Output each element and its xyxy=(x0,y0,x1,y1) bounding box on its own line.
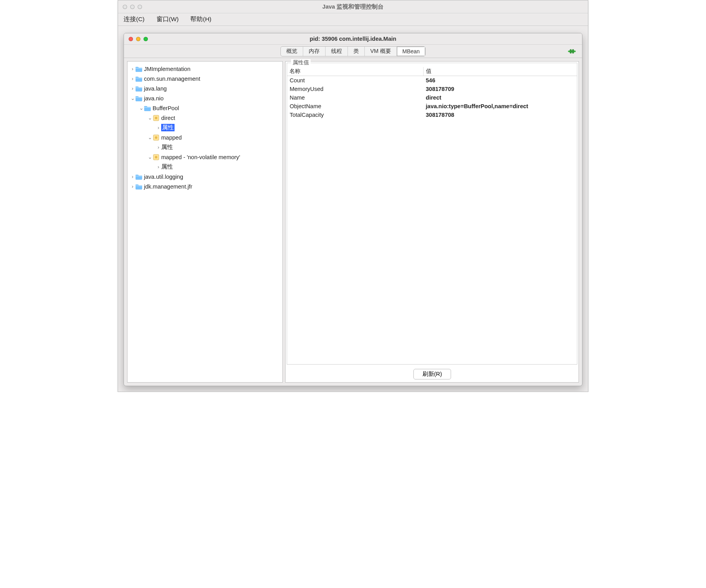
refresh-button[interactable]: 刷新(R) xyxy=(413,369,451,379)
chevron-right-icon[interactable]: › xyxy=(156,144,161,150)
tree-node-mapped-attr[interactable]: › 属性 xyxy=(129,142,281,152)
attribute-table-header: 名称 值 xyxy=(287,67,577,76)
tab-group: 概览 内存 线程 类 VM 概要 MBean xyxy=(280,46,426,56)
chevron-right-icon[interactable]: › xyxy=(130,183,135,189)
column-header-value[interactable]: 值 xyxy=(424,67,577,76)
tab-threads[interactable]: 线程 xyxy=(326,47,348,56)
tree-node-direct[interactable]: ⌄ direct xyxy=(129,113,281,123)
inner-window: pid: 35906 com.intellij.idea.Main 概览 内存 … xyxy=(124,33,582,386)
workspace: pid: 35906 com.intellij.idea.Main 概览 内存 … xyxy=(118,26,588,392)
inner-traffic-lights xyxy=(124,37,148,41)
attribute-legend: 属性值 xyxy=(291,59,311,66)
tab-memory[interactable]: 内存 xyxy=(303,47,326,56)
tree-label: 属性 xyxy=(161,163,173,171)
outer-titlebar: Java 监视和管理控制台 xyxy=(118,0,588,13)
folder-icon xyxy=(135,65,142,73)
tree-node-javalogging[interactable]: › java.util.logging xyxy=(129,172,281,181)
tree-node-mapped[interactable]: ⌄ mapped xyxy=(129,132,281,142)
tab-overview[interactable]: 概览 xyxy=(281,47,303,56)
chevron-right-icon[interactable]: › xyxy=(130,85,135,91)
attr-value: direct xyxy=(424,93,577,102)
attr-name: Count xyxy=(287,76,423,85)
mbean-tree[interactable]: › JMImplementation › com.sun.management … xyxy=(127,61,283,383)
folder-icon xyxy=(135,85,142,92)
table-row[interactable]: TotalCapacity308178708 xyxy=(287,111,577,119)
folder-icon xyxy=(135,75,142,82)
table-row[interactable]: MemoryUsed308178709 xyxy=(287,85,577,93)
tree-node-mapped-nv-attr[interactable]: › 属性 xyxy=(129,162,281,172)
tree-label: java.nio xyxy=(144,95,164,102)
attribute-table-body: Count546MemoryUsed308178709NamedirectObj… xyxy=(287,76,577,364)
tab-vmsummary[interactable]: VM 概要 xyxy=(365,47,397,56)
tree-label: jdk.management.jfr xyxy=(144,183,192,190)
tree-node-mapped-nv[interactable]: ⌄ mapped - 'non-volatile memory' xyxy=(129,152,281,162)
menu-window[interactable]: 窗口(W) xyxy=(156,15,179,24)
tree-node-javalang[interactable]: › java.lang xyxy=(129,83,281,93)
chevron-down-icon[interactable]: ⌄ xyxy=(138,105,144,111)
table-row[interactable]: Count546 xyxy=(287,76,577,85)
inner-window-title: pid: 35906 com.intellij.idea.Main xyxy=(124,36,582,42)
svg-rect-4 xyxy=(572,49,574,53)
chevron-right-icon[interactable]: › xyxy=(130,174,135,180)
traffic-close-icon[interactable] xyxy=(123,5,127,9)
tree-label: mapped - 'non-volatile memory' xyxy=(161,154,240,160)
chevron-right-icon[interactable]: › xyxy=(130,76,135,82)
svg-rect-2 xyxy=(568,51,576,52)
attr-name: Name xyxy=(287,93,423,102)
tab-mbean[interactable]: MBean xyxy=(397,47,425,56)
tree-node-direct-attr[interactable]: › 属性 xyxy=(129,123,281,132)
chevron-right-icon[interactable]: › xyxy=(130,66,135,72)
attr-value: 546 xyxy=(424,76,577,85)
tree-label: com.sun.management xyxy=(144,76,200,82)
bean-icon xyxy=(153,154,160,161)
table-row[interactable]: ObjectNamejava.nio:type=BufferPool,name=… xyxy=(287,102,577,111)
attr-name: MemoryUsed xyxy=(287,85,423,93)
attr-value: java.nio:type=BufferPool,name=direct xyxy=(424,102,577,111)
chevron-down-icon[interactable]: ⌄ xyxy=(147,115,153,121)
menu-help[interactable]: 帮助(H) xyxy=(190,15,211,24)
connection-status-icon xyxy=(567,48,577,54)
tree-label: java.lang xyxy=(144,85,167,92)
chevron-right-icon[interactable]: › xyxy=(156,164,161,170)
tab-classes[interactable]: 类 xyxy=(348,47,365,56)
chevron-down-icon[interactable]: ⌄ xyxy=(147,154,153,160)
table-row[interactable]: Namedirect xyxy=(287,93,577,102)
tree-label-selected: 属性 xyxy=(161,124,175,131)
bean-icon xyxy=(153,134,160,141)
tree-label: JMImplementation xyxy=(144,66,190,72)
inner-zoom-icon[interactable] xyxy=(144,37,148,41)
tree-node-bufferpool[interactable]: ⌄ BufferPool xyxy=(129,103,281,113)
inner-titlebar: pid: 35906 com.intellij.idea.Main xyxy=(124,33,582,45)
svg-rect-3 xyxy=(570,49,571,53)
inner-minimize-icon[interactable] xyxy=(136,37,140,41)
column-header-name[interactable]: 名称 xyxy=(287,67,423,76)
menu-connect[interactable]: 连接(C) xyxy=(124,15,145,24)
inner-close-icon[interactable] xyxy=(129,37,133,41)
folder-icon xyxy=(144,105,151,112)
tree-label: mapped xyxy=(161,134,182,141)
refresh-bar: 刷新(R) xyxy=(286,366,579,382)
tree-node-javanio[interactable]: ⌄ java.nio xyxy=(129,93,281,103)
chevron-right-icon[interactable]: › xyxy=(156,125,161,131)
chevron-down-icon[interactable]: ⌄ xyxy=(130,95,135,101)
chevron-down-icon[interactable]: ⌄ xyxy=(147,134,153,140)
outer-window: Java 监视和管理控制台 连接(C) 窗口(W) 帮助(H) pid: 359… xyxy=(118,0,588,392)
tree-label: 属性 xyxy=(161,143,173,151)
outer-window-title: Java 监视和管理控制台 xyxy=(118,3,588,11)
attr-value: 308178709 xyxy=(424,85,577,93)
folder-icon xyxy=(135,95,142,102)
tree-node-comsun[interactable]: › com.sun.management xyxy=(129,74,281,83)
attribute-panel: 属性值 名称 值 Count546MemoryUsed308178709Name… xyxy=(285,61,579,383)
tree-node-jmimpl[interactable]: › JMImplementation xyxy=(129,64,281,74)
folder-icon xyxy=(135,183,142,190)
tree-node-jdkjfr[interactable]: › jdk.management.jfr xyxy=(129,181,281,191)
tree-label: BufferPool xyxy=(153,105,179,111)
tree-label: java.util.logging xyxy=(144,174,183,180)
tree-label: direct xyxy=(161,115,175,121)
traffic-zoom-icon[interactable] xyxy=(138,5,142,9)
attr-name: TotalCapacity xyxy=(287,111,423,119)
attr-name: ObjectName xyxy=(287,102,423,111)
tabbar: 概览 内存 线程 类 VM 概要 MBean xyxy=(124,45,582,58)
traffic-minimize-icon[interactable] xyxy=(130,5,135,9)
folder-icon xyxy=(135,173,142,180)
